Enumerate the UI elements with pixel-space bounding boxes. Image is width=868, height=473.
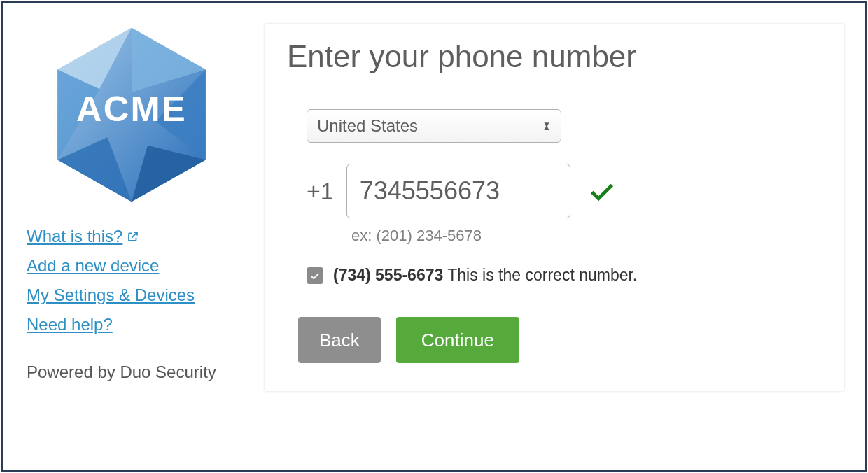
page-title: Enter your phone number: [287, 39, 816, 74]
svg-text:ACME: ACME: [76, 89, 187, 129]
logo-container: ACME: [27, 24, 237, 206]
link-need-help[interactable]: Need help?: [27, 315, 113, 334]
confirm-suffix: This is the correct number.: [443, 266, 637, 284]
back-button[interactable]: Back: [298, 317, 381, 363]
button-row: Back Continue: [298, 317, 816, 363]
confirm-text: (734) 555-6673 This is the correct numbe…: [333, 266, 637, 285]
check-icon: [309, 270, 321, 281]
link-label: What is this?: [27, 227, 122, 246]
acme-logo: ACME: [51, 24, 212, 206]
link-what-is-this[interactable]: What is this?: [27, 227, 139, 246]
dial-code: +1: [307, 178, 334, 205]
checkmark-icon: [587, 176, 617, 206]
phone-input[interactable]: [346, 164, 570, 218]
continue-button[interactable]: Continue: [396, 317, 519, 363]
external-link-icon: [127, 230, 139, 243]
country-select[interactable]: United States ▲▼: [307, 109, 561, 143]
phone-example-text: ex: (201) 234-5678: [351, 227, 816, 245]
sidebar-links: What is this? Add a new device My Settin…: [27, 227, 237, 334]
auth-frame: ACME What is this? Add a new device My S…: [1, 1, 867, 472]
confirm-row: (734) 555-6673 This is the correct numbe…: [307, 266, 816, 285]
link-settings-devices[interactable]: My Settings & Devices: [27, 285, 195, 305]
powered-by-text: Powered by Duo Security: [27, 362, 237, 382]
formatted-number: (734) 555-6673: [333, 266, 443, 284]
country-select-value: United States: [317, 116, 418, 136]
confirm-checkbox[interactable]: [307, 267, 323, 284]
link-add-device[interactable]: Add a new device: [27, 256, 159, 276]
sidebar: ACME What is this? Add a new device My S…: [27, 24, 237, 449]
main-panel: Enter your phone number United States ▲▼…: [265, 24, 844, 391]
phone-row: +1: [307, 164, 816, 218]
